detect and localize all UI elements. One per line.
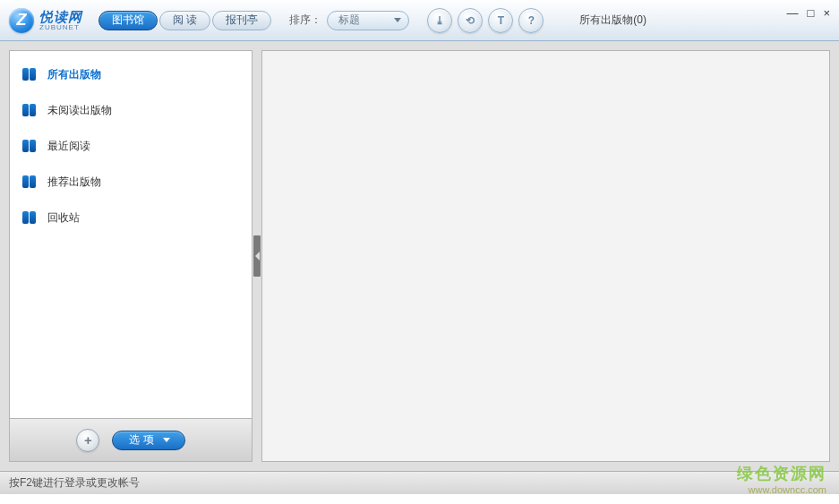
sidebar-item-recommended[interactable]: 推荐出版物 (10, 164, 252, 200)
options-label: 选 项 (129, 432, 153, 448)
sidebar: 所有出版物 未阅读出版物 最近阅读 推荐出版物 回收站 + 选 项 (9, 50, 253, 462)
chevron-down-icon (394, 18, 401, 22)
options-button[interactable]: 选 项 (112, 431, 184, 450)
status-text: 按F2键进行登录或更改帐号 (9, 475, 140, 491)
collapse-sidebar-button[interactable] (253, 235, 261, 277)
tab-read[interactable]: 阅 读 (159, 11, 210, 30)
logo-text: 悦读网 ZUBUNET (39, 10, 82, 31)
chevron-down-icon (163, 438, 170, 442)
content-pane (261, 50, 830, 462)
add-button[interactable]: + (76, 429, 99, 452)
sort-value: 标题 (338, 13, 360, 28)
breadcrumb: 所有出版物(0) (579, 13, 646, 28)
close-button[interactable]: × (823, 7, 830, 19)
sidebar-item-label: 最近阅读 (47, 139, 90, 154)
main-area: 所有出版物 未阅读出版物 最近阅读 推荐出版物 回收站 + 选 项 (0, 41, 839, 471)
nav-list: 所有出版物 未阅读出版物 最近阅读 推荐出版物 回收站 (10, 51, 252, 418)
sidebar-item-label: 推荐出版物 (47, 175, 101, 190)
sidebar-item-label: 未阅读出版物 (47, 103, 112, 118)
app-logo: Z 悦读网 ZUBUNET (9, 8, 82, 33)
logo-icon: Z (9, 8, 34, 33)
sidebar-item-trash[interactable]: 回收站 (10, 200, 252, 235)
splitter (253, 41, 261, 471)
books-icon (22, 103, 39, 117)
sort-label: 排序： (289, 13, 321, 28)
status-bar: 按F2键进行登录或更改帐号 (0, 471, 839, 494)
sidebar-item-label: 所有出版物 (47, 67, 101, 82)
sort-select[interactable]: 标题 (327, 11, 409, 30)
refresh-button[interactable]: ⟲ (458, 8, 483, 33)
minimize-button[interactable]: — (787, 7, 799, 19)
books-icon (22, 139, 39, 153)
logo-cn: 悦读网 (39, 10, 82, 23)
text-mode-button[interactable]: T (488, 8, 513, 33)
sidebar-footer: + 选 项 (10, 418, 252, 461)
toolbar-actions: ⤓ ⟲ T ? (427, 8, 544, 33)
main-tabs: 图书馆 阅 读 报刊亭 (98, 11, 271, 30)
sidebar-item-recent[interactable]: 最近阅读 (10, 128, 252, 164)
main-toolbar: Z 悦读网 ZUBUNET 图书馆 阅 读 报刊亭 排序： 标题 ⤓ ⟲ T ?… (0, 0, 839, 41)
sidebar-item-unread[interactable]: 未阅读出版物 (10, 92, 252, 128)
tab-library[interactable]: 图书馆 (98, 11, 158, 30)
tab-newsstand[interactable]: 报刊亭 (212, 11, 271, 30)
import-button[interactable]: ⤓ (427, 8, 452, 33)
books-icon (22, 175, 39, 189)
books-icon (22, 210, 39, 225)
help-button[interactable]: ? (518, 8, 544, 33)
books-icon (22, 67, 39, 81)
maximize-button[interactable]: □ (808, 7, 815, 19)
sidebar-item-all[interactable]: 所有出版物 (10, 56, 252, 92)
logo-en: ZUBUNET (39, 24, 82, 31)
sidebar-item-label: 回收站 (47, 210, 80, 226)
window-controls: — □ × (787, 7, 830, 19)
sort-area: 排序： 标题 (289, 11, 409, 30)
